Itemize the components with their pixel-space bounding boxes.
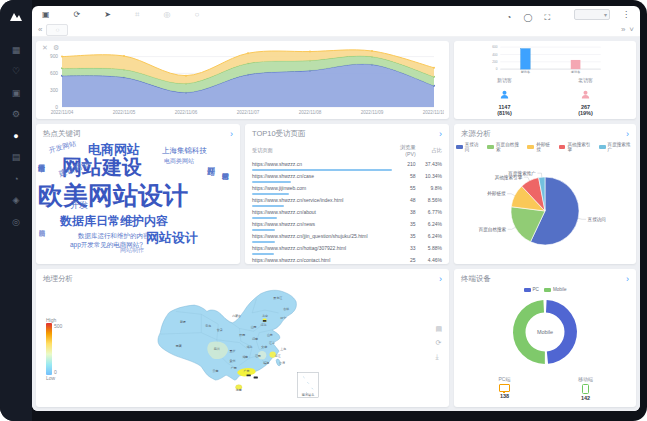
visitor-bar-chart[interactable]: 0200400600新访客老访客 xyxy=(454,43,636,76)
stat-PC端: PC端138 xyxy=(464,376,545,401)
svg-text:外部链接: 外部链接 xyxy=(487,190,506,197)
toolbar: ▣⟳➤⌗◎○ ◔◯⛶ ▾ ⋮ xyxy=(32,6,640,23)
svg-text:福建: 福建 xyxy=(263,361,269,365)
download-icon[interactable]: ⤓ xyxy=(435,353,442,360)
keyword[interactable]: 开发 xyxy=(70,201,88,210)
legend-item[interactable]: 其他搜索引擎 xyxy=(559,142,594,152)
gear-icon[interactable]: ⚙ xyxy=(53,44,59,51)
grid-icon[interactable]: ▦ xyxy=(8,42,24,58)
image-icon[interactable]: ▣ xyxy=(8,85,24,101)
svg-text:老访客: 老访客 xyxy=(571,70,580,74)
display-dropdown[interactable]: ▾ xyxy=(574,9,610,20)
keyword[interactable]: 电商类网站 xyxy=(164,158,194,164)
target-icon[interactable]: ◎ xyxy=(8,214,24,230)
circle-icon[interactable]: ○ xyxy=(194,11,199,19)
china-map[interactable]: 南海诸岛 新疆西藏青海内蒙古甘肃黑龙江吉林辽宁北京河北山西山东河南陕西江苏安徽上… xyxy=(39,286,447,402)
table-row[interactable]: https://www.jijinweb.com559.8% xyxy=(252,184,442,196)
keyword[interactable]: 上海集锦科技 xyxy=(162,147,207,155)
table-view-icon[interactable]: ▤ xyxy=(435,325,442,332)
collapse-left-icon[interactable]: « xyxy=(38,26,42,34)
top-pages-table: 受访页面浏览量(PV)占比 https://www.shwzzz.cn21037… xyxy=(252,142,442,264)
panel-more-icon[interactable]: › xyxy=(626,275,629,284)
table-row[interactable]: https://www.shwzzz.cn/case5810.34% xyxy=(252,172,442,184)
svg-text:陕西: 陕西 xyxy=(239,333,245,337)
heat-gradient-bar xyxy=(46,323,52,375)
devices-donut-chart[interactable]: Mobile xyxy=(454,293,636,371)
keyword[interactable]: 开发网站 xyxy=(48,141,77,154)
devices-panel: 终端设备 › PCMobile Mobile PC端138移动端142 xyxy=(454,269,636,407)
table-row[interactable]: https://www.shwzzz.cn/news356.24% xyxy=(252,220,442,232)
tab-bar: « ◌ » ˅ xyxy=(32,23,640,37)
heart-icon[interactable]: ♡ xyxy=(8,63,24,79)
sources-pie-chart[interactable]: 直接访问百度自然搜索外部链接其他搜索引擎百度搜索推广 xyxy=(454,153,636,261)
legend-item[interactable]: PC xyxy=(524,287,539,292)
legend-item[interactable]: 百度搜索推广 xyxy=(599,142,634,152)
table-row[interactable]: https://www.shwzzz.cn/service/index.html… xyxy=(252,196,442,208)
heat-scale-legend: High 500 0 Low xyxy=(46,317,62,381)
layers-icon[interactable]: ▤ xyxy=(8,149,24,165)
svg-text:江苏: 江苏 xyxy=(269,341,275,345)
apps-grid-icon[interactable]: ▣ xyxy=(42,11,50,19)
phone-icon xyxy=(582,384,589,394)
refresh-icon[interactable]: ⟳ xyxy=(435,339,442,346)
svg-text:2022/11/08: 2022/11/08 xyxy=(299,110,322,115)
chevron-down-icon[interactable]: ˅ xyxy=(629,26,634,34)
table-row[interactable]: https://www.shwzzz.cn/about386.77% xyxy=(252,208,442,220)
dashboard-tab[interactable]: ◌ xyxy=(46,24,68,36)
panel-title: 热点关键词 xyxy=(43,129,81,139)
svg-text:南海诸岛: 南海诸岛 xyxy=(301,393,313,397)
sources-legend: 直接访问百度自然搜索外部链接其他搜索引擎百度搜索推广 xyxy=(454,141,636,153)
clock-icon[interactable]: ◔ xyxy=(8,171,24,187)
svg-text:甘肃: 甘肃 xyxy=(216,328,222,332)
panel-more-icon[interactable]: › xyxy=(626,130,629,139)
traffic-area-chart[interactable]: 03006009002022/11/042022/11/052022/11/06… xyxy=(36,41,444,119)
diamond-icon[interactable]: ◈ xyxy=(8,192,24,208)
keyword[interactable]: 欧美网站设计 xyxy=(38,183,188,208)
theme-icon[interactable]: ◯ xyxy=(523,13,532,22)
panel-title: 终端设备 xyxy=(461,274,491,284)
table-row[interactable]: https://www.shwzzz.cn/contact.html254.46… xyxy=(252,256,442,264)
panel-more-icon[interactable]: › xyxy=(230,130,233,139)
panel-more-icon[interactable]: › xyxy=(439,130,442,139)
dot-icon[interactable]: ● xyxy=(8,128,24,144)
panel-more-icon[interactable]: › xyxy=(439,275,442,284)
monitor-icon xyxy=(499,384,510,392)
svg-text:北京: 北京 xyxy=(261,314,267,318)
svg-text:山东: 山东 xyxy=(266,333,272,337)
share-icon[interactable]: ➤ xyxy=(104,11,111,19)
code-icon[interactable]: ⌗ xyxy=(135,11,140,19)
keyword[interactable]: 网站设计 xyxy=(146,231,198,244)
svg-text:内蒙古: 内蒙古 xyxy=(232,314,241,318)
keyword[interactable]: 网站制作 xyxy=(120,247,144,253)
gear-icon[interactable]: ⚙ xyxy=(8,106,24,122)
target-icon[interactable]: ◎ xyxy=(163,11,170,19)
sources-panel: 来源分析 › 直接访问百度自然搜索外部链接其他搜索引擎百度搜索推广 直接访问百度… xyxy=(454,124,636,264)
refresh-icon[interactable]: ⟳ xyxy=(74,11,81,19)
map-tools: ▤ ⟳ ⤓ xyxy=(435,325,442,360)
keyword[interactable]: 数据库日常维护内容 xyxy=(60,215,168,227)
visitor-stats: 新访客1147(81%)老访客267(19%) xyxy=(454,76,636,119)
geo-panel: 地理分析 › High 500 0 Low ▤ ⟳ xyxy=(36,269,449,407)
legend-item[interactable]: 外部链接 xyxy=(527,142,553,152)
keyword[interactable]: 电商网站 xyxy=(88,143,140,156)
legend-item[interactable]: 直接访问 xyxy=(456,142,482,152)
stat-老访客: 老访客267(19%) xyxy=(545,77,626,116)
col-header: 受访页面 xyxy=(252,142,392,160)
keyword[interactable]: 数据库运行和维护的内容 xyxy=(78,233,150,240)
collapse-right-icon[interactable]: » xyxy=(621,26,625,34)
svg-text:600: 600 xyxy=(492,45,498,49)
kebab-menu-icon[interactable]: ⋮ xyxy=(622,11,630,19)
table-row[interactable]: https://www.shwzzz.cn/jjin_question/shuj… xyxy=(252,232,442,244)
legend-item[interactable]: 百度自然搜索 xyxy=(487,142,522,152)
legend-item[interactable]: Mobile xyxy=(544,287,567,292)
table-row[interactable]: https://www.shwzzz.cn/hottag/307922.html… xyxy=(252,244,442,256)
table-row[interactable]: https://www.shwzzz.cn21037.43% xyxy=(252,160,442,172)
keywords-panel: 热点关键词 › 电商网站上海集锦科技电商类网站网站建设欧美网站设计数据库日常维护… xyxy=(36,124,240,264)
help-icon[interactable]: ◔ xyxy=(507,13,512,22)
fullscreen-icon[interactable]: ⛶ xyxy=(544,13,550,22)
close-icon[interactable]: ✕ xyxy=(42,44,48,51)
svg-text:600: 600 xyxy=(50,71,58,76)
svg-text:湖北: 湖北 xyxy=(246,345,252,349)
svg-text:重庆: 重庆 xyxy=(229,349,235,353)
keyword-wordcloud[interactable]: 电商网站上海集锦科技电商类网站网站建设欧美网站设计数据库日常维护内容网站设计数据… xyxy=(36,141,240,259)
